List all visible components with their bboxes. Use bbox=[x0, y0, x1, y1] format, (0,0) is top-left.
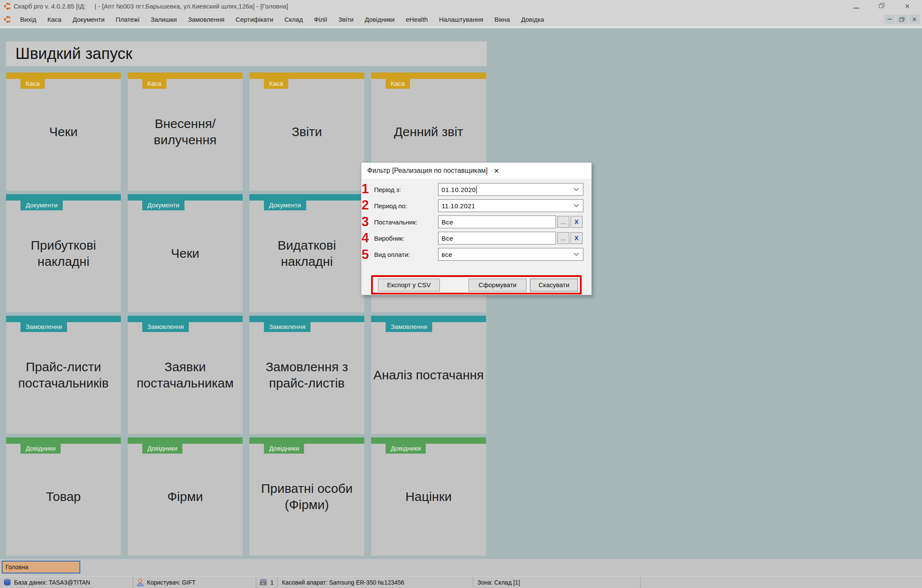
annotation-number-5: 5 bbox=[359, 247, 372, 262]
child-minimize-button[interactable] bbox=[884, 15, 895, 24]
close-button[interactable]: ✕ bbox=[904, 3, 910, 9]
manufacturer-label: Виробник: bbox=[374, 235, 438, 242]
tile-zvity[interactable]: Каса Звіти bbox=[249, 73, 364, 191]
manufacturer-browse-button[interactable]: … bbox=[557, 232, 569, 244]
annotation-number-4: 4 bbox=[359, 230, 372, 246]
dialog-close-icon[interactable]: ✕ bbox=[494, 167, 499, 175]
status-database-text: База даних: TASA3@TITAN bbox=[14, 579, 90, 586]
status-user-text: Користувач: GIFT bbox=[147, 579, 196, 586]
menu-item-warehouse[interactable]: Склад bbox=[279, 13, 308, 26]
tile-category-tag: Довідники bbox=[142, 444, 182, 454]
tile-natsinky[interactable]: Довідники Націнки bbox=[371, 437, 486, 556]
supplier-value: Все bbox=[442, 218, 453, 226]
export-csv-button[interactable]: Експорт у CSV bbox=[378, 279, 440, 291]
period-from-label: Період з: bbox=[374, 186, 438, 193]
dialog-title-bar[interactable]: Фильтр [Реализация по поставщикам] ✕ bbox=[361, 163, 591, 179]
payment-type-combobox[interactable]: все bbox=[438, 248, 583, 261]
tile-label: Товар bbox=[6, 437, 121, 556]
menu-item-payments[interactable]: Платежі bbox=[110, 13, 145, 26]
manufacturer-clear-button[interactable]: X bbox=[571, 232, 582, 244]
tile-category-tag: Замовлення bbox=[386, 322, 432, 332]
manufacturer-field[interactable]: Все bbox=[438, 232, 556, 245]
tile-pryvatni-osoby[interactable]: Довідники Приватні особи (Фірми) bbox=[249, 437, 364, 556]
field-row-payment-type: Вид оплати: все bbox=[367, 248, 585, 261]
status-cash-register-text: Касовий апарат: Samsung ER-350 №123456 bbox=[282, 579, 404, 586]
tile-cheky-kasa[interactable]: Каса Чеки bbox=[6, 73, 121, 191]
menu-item-help[interactable]: Довідка bbox=[515, 13, 550, 26]
tile-zaiavky-postachalnykam[interactable]: Замовлення Заявки постачальникам bbox=[128, 316, 243, 434]
quick-launch-header: Швидкий запуск bbox=[6, 41, 487, 66]
tile-category-tag: Замовлення bbox=[20, 322, 67, 332]
annotation-number-3: 3 bbox=[359, 214, 372, 230]
tile-category-tag: Замовлення bbox=[142, 322, 189, 332]
menu-item-windows[interactable]: Вікна bbox=[489, 13, 516, 26]
tile-category-tag: Каса bbox=[142, 79, 167, 89]
menu-item-certificates[interactable]: Сертифікати bbox=[230, 13, 279, 26]
menu-item-directories[interactable]: Довідники bbox=[359, 13, 400, 26]
minimize-button[interactable] bbox=[853, 3, 859, 9]
menu-item-documents[interactable]: Документи bbox=[67, 13, 110, 26]
tile-label: Видаткові накладні bbox=[249, 194, 364, 312]
tile-label: Аналіз постачання bbox=[371, 316, 486, 434]
field-row-period-from: Період з: 01.10.2020 bbox=[367, 183, 585, 196]
annotation-number-1: 1 bbox=[359, 181, 372, 197]
highlight-rectangle: Експорт у CSV Сформувати Скасувати bbox=[371, 275, 582, 294]
period-from-combobox[interactable]: 01.10.2020 bbox=[438, 183, 583, 196]
supplier-clear-button[interactable]: X bbox=[571, 216, 582, 228]
restore-button[interactable] bbox=[879, 3, 885, 9]
filter-dialog: Фильтр [Реализация по поставщикам] ✕ 1 2… bbox=[361, 162, 592, 295]
period-to-value: 11.10.2021 bbox=[442, 202, 475, 210]
tile-prybutkovi-nakladni[interactable]: Документи Прибуткові накладні bbox=[6, 194, 121, 312]
supplier-field[interactable]: Все bbox=[438, 215, 556, 228]
tile-category-tag: Довідники bbox=[20, 444, 61, 454]
tab-holovna[interactable]: Головна bbox=[2, 561, 80, 573]
generate-button[interactable]: Сформувати bbox=[468, 279, 527, 291]
app-logo-icon bbox=[4, 3, 11, 10]
menu-item-exit[interactable]: Вихід bbox=[15, 13, 42, 26]
tile-tovar[interactable]: Довідники Товар bbox=[6, 437, 121, 556]
tile-label: Націнки bbox=[371, 437, 486, 556]
chevron-down-icon[interactable] bbox=[574, 204, 579, 207]
child-restore-button[interactable] bbox=[896, 15, 907, 24]
user-icon bbox=[137, 579, 144, 586]
tile-label: Заявки постачальникам bbox=[128, 316, 243, 434]
status-register-count: 1 bbox=[256, 576, 278, 588]
menu-item-ehealth[interactable]: eHealth bbox=[400, 13, 433, 26]
cancel-button[interactable]: Скасувати bbox=[530, 279, 578, 291]
tile-label: Прайс-листи постачальників bbox=[6, 316, 121, 434]
tile-category-tag: Документи bbox=[142, 201, 184, 210]
menu-item-kasa[interactable]: Каса bbox=[42, 13, 67, 26]
tile-firmy[interactable]: Довідники Фірми bbox=[128, 437, 243, 556]
tile-category-tag: Документи bbox=[264, 201, 306, 210]
text-caret bbox=[476, 186, 477, 194]
supplier-browse-button[interactable]: … bbox=[557, 216, 569, 228]
child-close-button[interactable]: ✕ bbox=[909, 15, 920, 24]
tile-category-tag: Довідники bbox=[264, 444, 304, 454]
period-to-combobox[interactable]: 11.10.2021 bbox=[438, 199, 583, 212]
tile-cheky-dokumenty[interactable]: Документи Чеки bbox=[128, 194, 243, 312]
tile-label: Звіти bbox=[249, 73, 364, 191]
tile-label: Прибуткові накладні bbox=[6, 194, 121, 312]
dialog-title: Фильтр [Реализация по поставщикам] bbox=[367, 167, 488, 175]
cash-register-icon bbox=[260, 579, 267, 586]
menu-item-settings[interactable]: Налаштування bbox=[433, 13, 489, 26]
tile-category-tag: Каса bbox=[264, 79, 288, 89]
tile-category-tag: Документи bbox=[20, 201, 63, 210]
tile-zamovlennia-z-price-lists[interactable]: Замовлення Замовлення з прайс-листів bbox=[249, 316, 364, 434]
tile-analiz-postachannia[interactable]: Замовлення Аналіз постачання bbox=[371, 316, 486, 434]
menu-item-reports[interactable]: Звіти bbox=[333, 13, 359, 26]
tile-category-tag: Каса bbox=[20, 79, 45, 89]
supplier-label: Постачальник: bbox=[374, 218, 438, 226]
tile-vydatkovi-nakladni[interactable]: Документи Видаткові накладні bbox=[249, 194, 364, 312]
chevron-down-icon[interactable] bbox=[574, 253, 579, 256]
tile-vnesennia-vyluchennia[interactable]: Каса Внесення/вилучення bbox=[128, 73, 243, 191]
menu-item-stock-balance[interactable]: Залишки bbox=[145, 13, 183, 26]
status-user: Користувач: GIFT bbox=[133, 576, 256, 588]
manufacturer-value: Все bbox=[442, 235, 453, 242]
status-bar: База даних: TASA3@TITAN Користувач: GIFT… bbox=[0, 576, 922, 588]
menu-item-branches[interactable]: Філії bbox=[308, 13, 333, 26]
chevron-down-icon[interactable] bbox=[574, 188, 579, 191]
tile-price-lists-postachalnykiv[interactable]: Замовлення Прайс-листи постачальників bbox=[6, 316, 121, 434]
menu-item-orders[interactable]: Замовлення bbox=[182, 13, 230, 26]
period-from-value: 01.10.2020 bbox=[442, 186, 476, 193]
